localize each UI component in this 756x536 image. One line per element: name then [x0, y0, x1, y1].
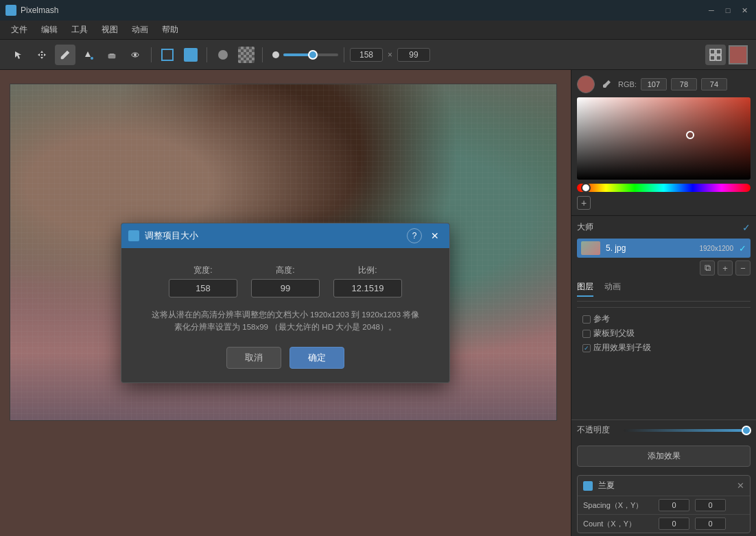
- color-section: RGB: +: [571, 70, 756, 216]
- opacity-slider[interactable]: [624, 429, 751, 432]
- tool-square-fill[interactable]: [180, 45, 201, 65]
- effect-name: 兰夏: [598, 480, 737, 491]
- canvas-width-input[interactable]: [350, 48, 383, 62]
- effect-color-indicator: [583, 481, 593, 491]
- brush-track-fill: [283, 53, 311, 56]
- dialog-close-button[interactable]: ✕: [427, 228, 442, 243]
- toolbar-separator-4: [344, 47, 344, 62]
- tool-blur[interactable]: [125, 45, 145, 65]
- svg-rect-7: [716, 49, 721, 54]
- menu-view[interactable]: 视图: [96, 22, 123, 38]
- minimize-button[interactable]: ─: [705, 4, 718, 16]
- opacity-row: 不透明度: [577, 424, 751, 436]
- scale-input[interactable]: [333, 279, 402, 297]
- right-panel: RGB: + 大师 ✓ 5. jpg: [571, 70, 756, 536]
- width-label: 宽度:: [193, 265, 212, 276]
- size-separator: ×: [386, 50, 394, 60]
- tool-checker[interactable]: [236, 45, 257, 65]
- dialog-fields-row: 宽度: 高度: 比例:: [142, 265, 429, 297]
- effect-section: 兰夏 ✕ Spacing（X，Y） Count（X，Y）: [577, 475, 751, 533]
- rgb-label: RGB:: [618, 80, 637, 88]
- canvas-height-input[interactable]: [397, 48, 430, 62]
- layer-name: 5. jpg: [606, 243, 700, 253]
- opacity-slider-thumb[interactable]: [742, 426, 751, 435]
- prop-reference: 参考: [582, 313, 745, 325]
- svg-rect-1: [108, 54, 115, 58]
- toolbar-separator-1: [151, 47, 152, 62]
- grid-toggle[interactable]: [705, 45, 726, 65]
- opacity-label: 不透明度: [577, 424, 618, 436]
- tool-cursor[interactable]: [8, 45, 29, 65]
- color-picker-gradient[interactable]: [577, 97, 751, 180]
- brush-track[interactable]: [283, 53, 338, 56]
- color-picker-dot[interactable]: [686, 131, 694, 139]
- prop-apply-effects: ✓ 应用效果到子级: [582, 342, 745, 354]
- tab-layers[interactable]: 图层: [577, 281, 593, 297]
- layer-thumbnail: [581, 241, 600, 255]
- count-x-input[interactable]: [659, 517, 689, 530]
- app-title: Pixelmash: [21, 5, 701, 15]
- master-check[interactable]: ✓: [742, 222, 751, 233]
- resize-dialog: 调整项目大小 ? ✕ 宽度: 高度:: [121, 223, 450, 384]
- cancel-button[interactable]: 取消: [226, 347, 281, 369]
- toolbar-separator-3: [262, 47, 263, 62]
- dialog-overlay: 调整项目大小 ? ✕ 宽度: 高度:: [0, 70, 571, 536]
- count-row: Count（X，Y）: [578, 514, 750, 533]
- dialog-icon: [128, 230, 139, 241]
- svg-rect-6: [710, 49, 715, 54]
- maximize-button[interactable]: □: [722, 4, 734, 16]
- green-value[interactable]: [671, 78, 697, 90]
- hue-slider[interactable]: [577, 184, 751, 192]
- reference-checkbox[interactable]: [582, 315, 591, 324]
- count-y-input[interactable]: [695, 517, 726, 530]
- menu-file[interactable]: 文件: [5, 22, 33, 38]
- dialog-help-button[interactable]: ?: [407, 228, 422, 243]
- eyedropper-button[interactable]: [599, 77, 614, 92]
- scale-field: 比例:: [333, 265, 402, 297]
- foreground-color[interactable]: [729, 45, 748, 64]
- add-effect-button[interactable]: 添加效果: [577, 446, 751, 467]
- add-color-button[interactable]: +: [577, 196, 591, 210]
- blue-value[interactable]: [701, 78, 727, 90]
- close-button[interactable]: ✕: [738, 4, 751, 16]
- tool-square-outline[interactable]: [157, 45, 178, 65]
- tool-circle[interactable]: [213, 45, 233, 65]
- brush-size-slider[interactable]: [272, 51, 338, 58]
- mask-parent-checkbox[interactable]: [582, 330, 591, 338]
- tool-fill[interactable]: [78, 45, 99, 65]
- effect-close-button[interactable]: ✕: [737, 480, 744, 491]
- layer-item[interactable]: 5. jpg 1920x1200 ✓: [577, 239, 751, 258]
- opacity-section: 不透明度: [571, 419, 756, 440]
- tool-eraser[interactable]: [102, 45, 122, 65]
- layer-section: 大师 ✓ 5. jpg 1920x1200 ✓ ⧉ + − 图层 动画: [571, 216, 756, 419]
- master-label: 大师: [577, 221, 593, 233]
- menu-animation[interactable]: 动画: [126, 22, 154, 38]
- remove-layer-button[interactable]: −: [735, 260, 751, 276]
- color-circle[interactable]: [577, 75, 595, 93]
- copy-layer-button[interactable]: ⧉: [700, 260, 715, 276]
- menu-help[interactable]: 帮助: [156, 22, 184, 38]
- svg-rect-8: [710, 56, 715, 60]
- add-layer-button[interactable]: +: [718, 260, 733, 276]
- height-input[interactable]: [251, 279, 320, 297]
- spacing-row: Spacing（X，Y）: [578, 496, 750, 514]
- spacing-y-input[interactable]: [695, 499, 726, 511]
- red-value[interactable]: [641, 78, 667, 90]
- reference-label: 参考: [593, 313, 610, 325]
- apply-effects-checkbox[interactable]: ✓: [582, 344, 591, 352]
- tool-pencil[interactable]: [55, 45, 75, 65]
- width-input[interactable]: [169, 279, 237, 297]
- canvas-area[interactable]: 调整项目大小 ? ✕ 宽度: 高度:: [0, 70, 571, 536]
- brush-thumb[interactable]: [308, 50, 318, 60]
- tool-move[interactable]: [32, 45, 52, 65]
- master-row: 大师 ✓: [577, 221, 751, 233]
- hue-slider-thumb[interactable]: [581, 183, 591, 193]
- layer-check-icon: ✓: [739, 243, 746, 254]
- menu-edit[interactable]: 编辑: [36, 22, 63, 38]
- confirm-button[interactable]: 确定: [290, 347, 344, 369]
- menu-tools[interactable]: 工具: [66, 22, 93, 38]
- spacing-x-input[interactable]: [659, 499, 689, 511]
- tab-animation[interactable]: 动画: [604, 281, 621, 297]
- panel-tabs: 图层 动画: [577, 281, 751, 302]
- properties-section: 参考 蒙板到父级 ✓ 应用效果到子级: [577, 307, 751, 362]
